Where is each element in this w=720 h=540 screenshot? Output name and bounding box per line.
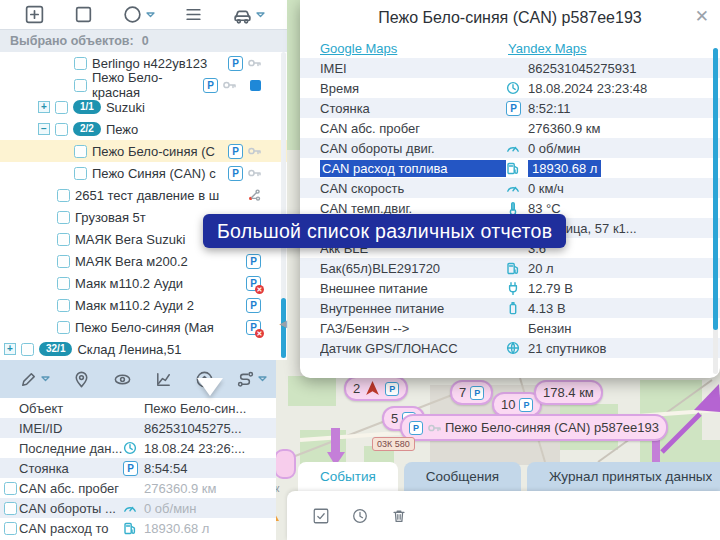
selection-header-label: Выбрано объектов: [10,34,134,48]
popup-param-row[interactable]: CAN расход топлива18930.68 л [300,158,720,178]
list-view-icon[interactable] [169,0,218,29]
tree-unit-row[interactable]: Пежо Синяя (CAN) сP [0,162,287,184]
time-filter-icon[interactable] [351,507,369,525]
google-maps-link[interactable]: Google Maps [320,41,397,56]
unit-checkbox[interactable] [57,277,70,290]
unit-checkbox[interactable] [74,79,87,92]
popup-param-row[interactable]: Внешнее питание12.79 В [300,278,720,298]
object-info-row[interactable]: ОбъектПежо Бело-син... [0,398,276,418]
popup-scrollbar-thumb[interactable] [713,48,718,330]
tree-unit-row[interactable]: 2651 тест давление в ш [0,184,287,206]
object-info-row[interactable]: CAN расход то18930.68 л [0,518,276,538]
popup-param-row[interactable]: ГАЗ/Бензин -->Бензин [300,318,720,338]
map-marker-bubble[interactable]: 178.4 км [534,380,603,405]
unit-checkbox[interactable] [55,101,68,114]
expand-icon[interactable]: + [38,101,50,113]
popup-param-row[interactable]: Датчик GPS/ГЛОНАСС21 спутников [300,338,720,358]
unit-checkbox[interactable] [55,123,68,136]
visibility-icon[interactable] [102,360,143,398]
tree-unit-row[interactable]: +1/1Suzuki [0,96,287,118]
popup-param-row[interactable]: СтоянкаP8:52:11 [300,98,720,118]
expand-icon[interactable]: + [4,343,16,355]
fuel-icon [506,161,520,175]
popup-param-row[interactable]: Бак(65л)BLE29172020 л [300,258,720,278]
collapse-icon[interactable]: − [38,123,50,135]
count-badge: 32/1 [39,342,72,356]
map-marker-bubble[interactable]: 2P [344,376,408,401]
sensor-checkbox[interactable] [4,502,17,515]
popup-param-row[interactable]: CAN скорость0 км/ч [300,178,720,198]
chart-icon[interactable] [143,360,184,398]
parking-icon: P [385,382,399,396]
parking-icon: P [246,298,261,313]
watermark: Avito [604,500,713,534]
tab-messages[interactable]: Сообщения [404,462,521,491]
tree-unit-row[interactable]: +32/1Склад Ленина,51 [0,338,287,360]
popup-param-row[interactable]: Внутреннее питание4.13 В [300,298,720,318]
geofence-rect-icon[interactable] [59,0,108,29]
popup-param-row[interactable]: IMEI862531045275931 [300,58,720,78]
close-icon[interactable]: ✕ [695,6,709,27]
parking-icon: P [123,461,138,476]
tab-data-log[interactable]: Журнал принятых данных [527,462,720,491]
route-icon[interactable] [225,360,278,398]
yandex-maps-link[interactable]: Yandex Maps [508,41,587,56]
parking-icon: P [409,421,423,435]
tree-unit-row[interactable]: −2/2Пежо [0,118,287,140]
unit-checkbox[interactable] [57,299,70,312]
count-badge: 1/1 [73,100,101,114]
object-info-row[interactable]: СтоянкаP8:54:54 [0,458,276,478]
key-icon [247,56,261,70]
edit-icon[interactable] [8,360,61,398]
popup-param-row[interactable]: Время18.08.2024 23:23:48 [300,78,720,98]
tree-unit-row[interactable]: Маяк м110.2 Ауди 2P [0,294,287,316]
unit-checkbox[interactable] [57,211,70,224]
marker-text: 7 [459,385,466,400]
units-tree: Berlingo н422ув123PПежо Бело-краснаяP+1/… [0,52,287,360]
unit-checkbox[interactable] [57,189,70,202]
map-unit-label[interactable]: P Пежо Бело-синяя (CAN) p587ee193 [400,414,668,441]
thermometer-icon [506,201,520,215]
direction-arrow-icon [364,380,381,397]
popup-param-row[interactable]: CAN обороты двиг.0 об/мин [300,138,720,158]
geofence-circle-icon[interactable] [108,0,169,29]
unit-checkbox[interactable] [74,57,87,70]
delete-icon[interactable] [390,507,408,525]
tab-events[interactable]: События [298,462,398,491]
tree-unit-row[interactable]: Пежо Бело-краснаяP [0,74,287,96]
popup-param-row[interactable]: CAN абс. пробег276360.9 км [300,118,720,138]
location-icon[interactable] [61,360,102,398]
tree-unit-row[interactable]: Пежо Бело-синяя (СP [0,140,287,162]
panel-collapse-icon[interactable]: ◀ [279,318,287,329]
unit-checkbox[interactable] [74,145,87,158]
unit-checkbox[interactable] [57,233,70,246]
units-icon[interactable] [218,0,279,29]
map-marker-bubble[interactable]: 7P [450,380,493,405]
unit-checkbox[interactable] [57,321,70,334]
select-all-icon[interactable] [312,507,330,525]
sensor-checkbox[interactable] [4,522,17,535]
unit-checkbox[interactable] [74,167,87,180]
unit-label: Пежо Синяя (CAN) с [92,166,216,181]
unit-checkbox[interactable] [21,343,34,356]
parking-icon: P✕ [246,276,261,291]
object-info-row[interactable]: Последние дан...18.08.24 23:26:... [0,438,276,458]
add-object-icon[interactable] [10,0,59,29]
unit-label: Suzuki [106,100,145,115]
param-value: 21 спутников [528,341,606,356]
param-label: Стоянка [320,101,506,116]
unit-checkbox[interactable] [57,255,70,268]
app-window: ск 2P7P10P178.4 км5P P Пежо Бело-синяя (… [0,0,720,540]
param-value: 8:52:11 [528,101,570,116]
info-value: 18930.68 л [144,521,209,536]
object-info-row[interactable]: CAN обороты ...0 об/мин [0,498,276,518]
tree-unit-row[interactable]: Пежо Бело-синяя (МаяP✕ [0,316,287,338]
tree-unit-row[interactable]: Маяк м110.2 АудиP✕ [0,272,287,294]
tree-unit-row[interactable]: МАЯК Вега м200.2P [0,250,287,272]
sensor-checkbox[interactable] [4,482,17,495]
object-info-row[interactable]: CAN абс. пробег276360.9 км [0,478,276,498]
tree-scrollbar[interactable] [281,52,286,358]
partial-tab[interactable] [712,462,720,491]
object-info-row[interactable]: IMEI/ID862531045275... [0,418,276,438]
promo-banner: Большой список различных отчетов [203,214,566,248]
